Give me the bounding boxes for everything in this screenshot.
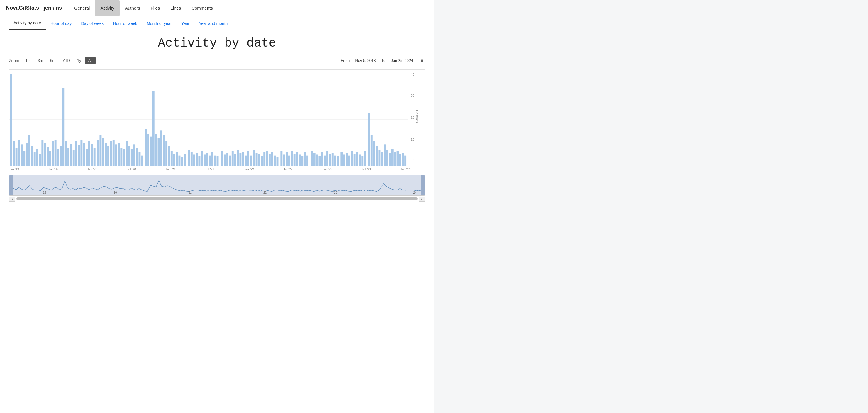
svg-rect-134	[356, 152, 358, 166]
to-date[interactable]: Jan 25, 2024	[388, 57, 416, 64]
svg-rect-9	[21, 144, 23, 166]
svg-rect-57	[147, 134, 149, 166]
tab-month-of-year[interactable]: Month of year	[142, 16, 177, 30]
svg-rect-119	[316, 154, 318, 166]
tab-hour-of-week[interactable]: Hour of week	[108, 16, 142, 30]
tab-hour-of-day[interactable]: Hour of day	[46, 16, 76, 30]
chart-menu-icon[interactable]: ≡	[418, 56, 425, 65]
svg-rect-144	[383, 144, 385, 166]
nav-link-comments[interactable]: Comments	[186, 0, 218, 16]
svg-rect-94	[247, 151, 249, 166]
scroll-center-indicator: |||	[216, 197, 218, 200]
zoom-6m-button[interactable]: 6m	[47, 57, 59, 64]
zoom-3m-button[interactable]: 3m	[35, 57, 46, 64]
svg-rect-140	[373, 141, 375, 166]
y-axis-label: Commits	[415, 110, 418, 123]
svg-rect-129	[343, 154, 345, 166]
svg-rect-54	[138, 152, 141, 166]
svg-rect-154	[13, 175, 421, 195]
svg-rect-66	[170, 151, 173, 166]
svg-rect-24	[60, 146, 62, 166]
svg-rect-72	[188, 150, 190, 166]
svg-rect-68	[176, 152, 178, 166]
nav-link-general[interactable]: General	[69, 0, 95, 16]
svg-rect-81	[211, 152, 214, 166]
svg-rect-88	[232, 151, 234, 166]
tab-activity-by-date[interactable]: Activity by date	[9, 16, 46, 30]
svg-rect-91	[239, 153, 241, 166]
nav-year-19: '19	[42, 191, 46, 194]
svg-rect-124	[329, 154, 331, 166]
svg-rect-96	[253, 150, 255, 166]
svg-rect-100	[264, 152, 266, 166]
svg-rect-152	[404, 156, 406, 166]
nav-item-files[interactable]: Files	[146, 0, 165, 16]
scrollbar: ◄ ||| ►	[9, 196, 425, 202]
svg-rect-15	[36, 149, 38, 166]
svg-rect-60	[155, 134, 157, 166]
svg-rect-137	[364, 151, 366, 166]
zoom-label: Zoom	[9, 58, 19, 63]
svg-rect-19	[46, 147, 49, 166]
svg-rect-101	[266, 151, 268, 166]
nav-item-lines[interactable]: Lines	[165, 0, 186, 16]
svg-rect-44	[113, 140, 115, 166]
zoom-all-button[interactable]: All	[85, 57, 96, 64]
y-tick-40: 40	[411, 73, 414, 76]
nav-item-comments[interactable]: Comments	[186, 0, 218, 16]
range-controls: From Nov 5, 2018 To Jan 25, 2024 ≡	[341, 56, 425, 65]
svg-rect-50	[128, 146, 130, 166]
nav-link-lines[interactable]: Lines	[165, 0, 186, 16]
svg-rect-106	[280, 151, 282, 166]
chart-svg	[9, 73, 408, 166]
nav-link-authors[interactable]: Authors	[120, 0, 146, 16]
svg-rect-115	[304, 152, 306, 166]
navigator-handle-left[interactable]: ⋮	[9, 175, 13, 195]
svg-rect-18	[44, 143, 46, 166]
svg-rect-86	[226, 153, 228, 166]
svg-rect-78	[204, 154, 206, 166]
svg-rect-142	[378, 150, 380, 166]
y-tick-0: 0	[412, 159, 414, 162]
svg-rect-26	[65, 141, 67, 166]
svg-rect-127	[337, 157, 339, 166]
svg-rect-28	[70, 144, 72, 166]
svg-rect-98	[258, 154, 260, 166]
svg-rect-138	[368, 113, 370, 166]
nav-item-authors[interactable]: Authors	[120, 0, 146, 16]
svg-rect-89	[234, 154, 236, 166]
nav-item-activity[interactable]: Activity	[95, 0, 120, 16]
navigator-handle-right[interactable]: ⋮	[421, 175, 425, 195]
tab-day-of-week[interactable]: Day of week	[76, 16, 108, 30]
nav-link-files[interactable]: Files	[146, 0, 165, 16]
svg-rect-109	[288, 156, 290, 166]
svg-rect-84	[221, 151, 223, 166]
from-date[interactable]: Nov 5, 2018	[352, 57, 379, 64]
tab-year[interactable]: Year	[177, 16, 194, 30]
nav-link-activity[interactable]: Activity	[95, 0, 120, 16]
scroll-left-arrow[interactable]: ◄	[9, 197, 15, 202]
svg-rect-7	[16, 148, 18, 166]
chart-container: 40 30 20 10 0 Commits Jan '19 Jul '19 Ja…	[9, 69, 425, 202]
svg-rect-42	[107, 146, 110, 166]
x-label-jul21: Jul '21	[205, 168, 214, 171]
svg-rect-99	[261, 157, 263, 166]
svg-rect-40	[102, 138, 104, 166]
svg-rect-35	[88, 141, 90, 166]
zoom-ytd-button[interactable]: YTD	[59, 57, 73, 64]
nav-item-general[interactable]: General	[69, 0, 95, 16]
svg-rect-49	[125, 141, 128, 166]
svg-rect-11	[26, 143, 28, 166]
scroll-right-arrow[interactable]: ►	[419, 197, 425, 202]
svg-rect-65	[168, 146, 170, 166]
zoom-1y-button[interactable]: 1y	[74, 57, 85, 64]
svg-rect-123	[327, 151, 329, 166]
svg-rect-113	[299, 154, 301, 166]
svg-rect-63	[163, 135, 165, 166]
tab-year-and-month[interactable]: Year and month	[194, 16, 232, 30]
chart-navigator[interactable]: ⋮ ⋮ '19 '20 '21 '22 '23 '24	[9, 175, 425, 196]
zoom-1m-button[interactable]: 1m	[22, 57, 34, 64]
svg-rect-107	[283, 154, 285, 166]
scroll-track[interactable]: |||	[17, 198, 417, 200]
svg-rect-90	[237, 150, 239, 166]
